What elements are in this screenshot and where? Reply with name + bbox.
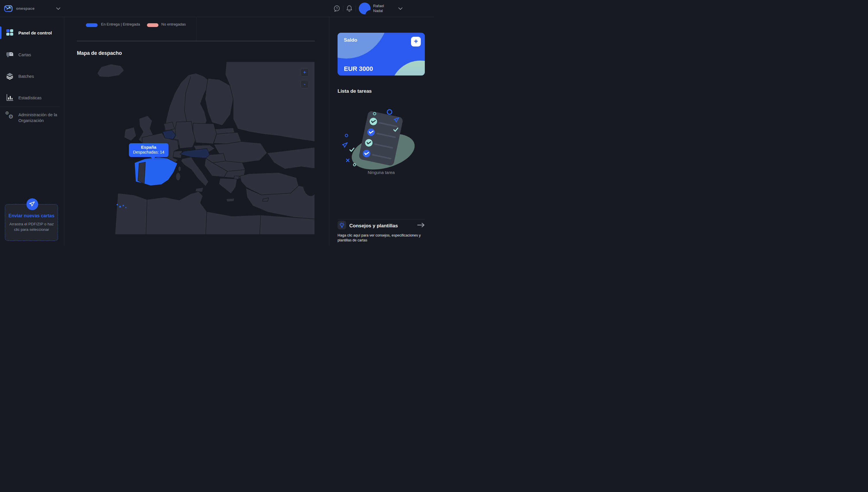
map-country-finland[interactable]	[205, 78, 233, 125]
bell-icon[interactable]	[346, 5, 353, 13]
tips-description: Haga clic aquí para ver consejos, especi…	[338, 233, 427, 243]
map-zoom-in-button[interactable]: +	[300, 68, 309, 77]
right-panel: Saldo EUR 3000 + Lista de tareas	[329, 17, 434, 246]
avatar-shape	[365, 10, 371, 14]
add-funds-button[interactable]: +	[411, 37, 421, 47]
sidebar-item-panel-de-control[interactable]: Panel de control	[0, 25, 64, 40]
map-country-netherlands[interactable]	[164, 122, 175, 131]
sidebar-item-label: Batches	[18, 74, 34, 79]
map-country-greece[interactable]	[219, 178, 238, 194]
sidebar-item-label: Panel de control	[18, 30, 52, 35]
tooltip-country: España	[129, 145, 169, 150]
mailbox-icon	[6, 51, 14, 58]
card-decoration-blob	[338, 33, 389, 58]
map-tooltip: España Despachadas: 14	[129, 143, 169, 157]
empty-tasks-illustration	[338, 106, 424, 172]
legend-swatch-delivered	[86, 23, 98, 27]
upload-title: Enviar nuevas cartas	[5, 213, 58, 218]
map-country-turkey-eu[interactable]	[234, 176, 240, 179]
map-country-ireland[interactable]	[124, 127, 137, 141]
map-title: Mapa de despacho	[77, 50, 122, 56]
lightbulb-icon	[338, 221, 346, 229]
sidebar-item-batches[interactable]: Batches	[0, 69, 64, 83]
tasks-empty-message: Ninguna tarea	[338, 170, 425, 175]
sidebar-item-cartas[interactable]: Cartas	[0, 47, 64, 62]
help-icon[interactable]: ?	[333, 5, 340, 12]
paper-plane-icon	[29, 201, 35, 207]
sidebar-item-label: Estadísticas	[18, 95, 42, 100]
legend-label-undelivered: No entregadas	[161, 22, 186, 26]
header-divider	[196, 17, 196, 41]
legend-label-delivered: En Entrega | Entregada	[101, 22, 140, 26]
tasks-title: Lista de tareas	[338, 89, 372, 94]
sidebar-item-label: Administración de la Organización	[18, 112, 62, 123]
map-country-italy[interactable]	[181, 157, 209, 186]
balance-amount: EUR 3000	[344, 65, 373, 73]
tips-divider	[338, 219, 425, 219]
svg-text:?: ?	[336, 7, 338, 10]
map-country-crete[interactable]	[226, 198, 234, 202]
card-decoration-blob	[390, 60, 425, 75]
map-country-sardinia[interactable]	[176, 173, 180, 180]
sidebar: Panel de control Cartas Batches Estadíst…	[0, 17, 64, 246]
europe-map	[77, 62, 315, 235]
map-country-austria[interactable]	[180, 148, 210, 158]
sidebar-item-label: Cartas	[18, 52, 31, 57]
sidebar-item-estadisticas[interactable]: Estadísticas	[0, 90, 64, 105]
topbar: onespace ? Rafael Nadal	[0, 0, 434, 17]
tips-title: Consejos y plantillas	[349, 223, 398, 229]
balance-card: Saldo EUR 3000 +	[338, 33, 425, 75]
map-country-corsica[interactable]	[178, 166, 181, 171]
topbar-divider	[343, 5, 343, 12]
map-zoom-out-button[interactable]: -	[300, 80, 309, 89]
layers-icon	[6, 72, 14, 80]
map-country-poland[interactable]	[193, 123, 217, 144]
tooltip-stat: Despachadas: 14	[129, 150, 169, 154]
legend-swatch-undelivered	[147, 23, 158, 27]
bar-chart-icon	[6, 94, 14, 101]
map-country-sicily[interactable]	[196, 188, 203, 192]
dashboard-icon	[6, 29, 14, 36]
onespace-logo-icon	[4, 5, 13, 13]
map-country-caucasus[interactable]	[267, 147, 315, 169]
brand-chevron-down-icon[interactable]	[56, 7, 60, 10]
user-name: Rafael Nadal	[373, 3, 389, 13]
map-country-iceland[interactable]	[97, 64, 124, 77]
tooltip-pointer	[151, 157, 155, 159]
header-bottom-border	[77, 41, 315, 41]
arrow-right-icon[interactable]	[417, 222, 425, 228]
sidebar-divider	[0, 106, 60, 107]
upload-description: Arrastra el PDF/ZIP o haz clic para sele…	[7, 221, 56, 232]
map-country-portugal[interactable]	[138, 162, 146, 184]
send-plane-badge	[26, 198, 38, 210]
brand-name: onespace	[16, 6, 35, 10]
avatar[interactable]	[359, 3, 371, 14]
user-chevron-down-icon[interactable]	[398, 7, 402, 10]
gears-icon: ⚙ ⚙	[5, 110, 14, 120]
dispatch-map[interactable]: España Despachadas: 14 + -	[77, 62, 315, 235]
balance-title: Saldo	[344, 37, 357, 43]
